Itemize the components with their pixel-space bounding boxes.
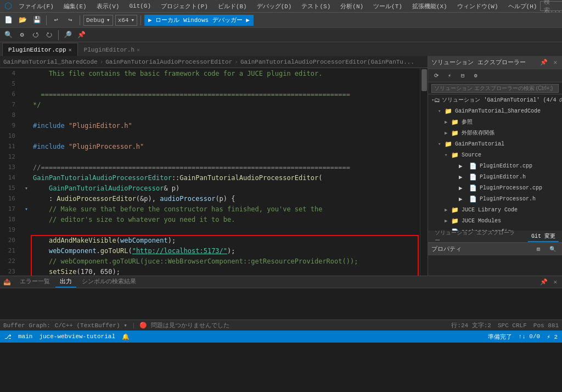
path-part1: GainPanTutorial_SharedCode bbox=[3, 59, 98, 65]
properties-toolbar-btn1[interactable]: ⊞ bbox=[532, 244, 544, 255]
menu-edit[interactable]: 編集(E) bbox=[60, 1, 90, 12]
problems-info[interactable]: 🔴 問題は見つかりませんでした bbox=[139, 321, 229, 329]
path-part3: GainPanTutorialAudioProcessorEditor(Gain… bbox=[240, 59, 414, 65]
scrollbar-thumb[interactable] bbox=[422, 69, 427, 91]
toolbar2-btn6[interactable]: 📌 bbox=[75, 30, 87, 41]
menu-extensions[interactable]: 拡張機能(X) bbox=[409, 1, 451, 12]
tree-juce-library[interactable]: ▶ 📁 JUCE Library Code bbox=[428, 204, 562, 215]
tree-gainpan[interactable]: ▾ 📁 GainPanTutorial bbox=[428, 138, 562, 149]
right-panel: ソリューション エクスプローラー 📌 ✕ ⟳ ⚡ ⊟ ⚙ ▾ 🗂 ソリューション… bbox=[428, 56, 562, 276]
line-num-20: 20 bbox=[0, 237, 22, 244]
platform-dropdown[interactable]: x64 ▾ bbox=[115, 15, 137, 26]
tree-label-extdeps: 外部依存関係 bbox=[462, 129, 494, 137]
toolbar2-btn3[interactable]: ⭯ bbox=[30, 30, 42, 41]
tree-plugineditor-h[interactable]: ▶ 📄 PluginEditor.h bbox=[428, 171, 562, 182]
debug-mode-dropdown[interactable]: Debug ▾ bbox=[83, 15, 113, 26]
pin-button[interactable]: 📌 bbox=[538, 59, 549, 66]
line-num-9: 9 bbox=[0, 122, 22, 129]
line-content-20: addAndMakeVisible(webComponent); bbox=[31, 237, 428, 244]
se-collapse-btn[interactable]: ⊟ bbox=[457, 70, 469, 81]
git-branch-name[interactable]: main bbox=[18, 333, 32, 340]
line-content-18: // editor's size to whatever you need it… bbox=[31, 216, 428, 223]
line-content-16: : AudioProcessorEditor(&p), audioProcess… bbox=[31, 195, 428, 203]
tree-label-juce-library: JUCE Library Code bbox=[462, 207, 518, 213]
tree-plugineditor-cpp[interactable]: ▶ 📄 PluginEditor.cpp bbox=[428, 160, 562, 171]
code-line-7: 7 */ bbox=[0, 99, 428, 110]
output-tab-errors[interactable]: エラー一覧 bbox=[15, 276, 54, 288]
panel-pin-controls: 📌 ✕ bbox=[538, 59, 559, 66]
solution-icon: 🗂 bbox=[434, 97, 440, 104]
output-close-btn[interactable]: ✕ bbox=[552, 278, 559, 285]
menu-build[interactable]: ビルド(B) bbox=[215, 1, 250, 12]
tree-juce-modules[interactable]: ▶ 📁 JUCE Modules bbox=[428, 215, 562, 226]
output-tab-symbols[interactable]: シンボルの検索結果 bbox=[77, 276, 140, 288]
editor-tab-bar: PluginEditor.cpp ✕ PluginEditor.h ✕ bbox=[0, 42, 562, 56]
properties-toolbar-btn2[interactable]: 🔍 bbox=[547, 244, 559, 255]
status-refresh-icon[interactable]: 🔔 bbox=[122, 333, 130, 340]
menu-tools[interactable]: ツール(T) bbox=[370, 1, 406, 12]
solution-search-area bbox=[428, 82, 562, 94]
toolbar2-btn1[interactable]: 🔍 bbox=[2, 30, 14, 41]
juce-tutorial-name[interactable]: juce-webview-tutorial bbox=[39, 333, 115, 340]
tab-plugineditor-h[interactable]: PluginEditor.h ✕ bbox=[78, 43, 146, 56]
save-btn[interactable]: 💾 bbox=[31, 15, 43, 26]
buffer-graph-value[interactable]: C/C++ (TextBuffer) ▾ bbox=[55, 322, 127, 329]
solution-tree: ▾ 🗂 ソリューション 'GainPanTutorial' (4/4 のプロジェ… bbox=[428, 94, 562, 231]
unpin-button[interactable]: ✕ bbox=[552, 59, 559, 66]
toolbar2-btn4[interactable]: ⭮ bbox=[43, 30, 55, 41]
tree-label-plugineditor-h: PluginEditor.h bbox=[480, 174, 526, 180]
git-tab-git-changes[interactable]: Git 変更 bbox=[528, 231, 559, 242]
menu-debug[interactable]: デバッグ(D) bbox=[254, 1, 295, 12]
tree-label-plugineditor-cpp: PluginEditor.cpp bbox=[480, 163, 532, 169]
line-content-6: ========================================… bbox=[31, 91, 428, 98]
solution-explorer-header: ソリューション エクスプローラー 📌 ✕ bbox=[428, 56, 562, 69]
tree-label-pluginprocessor-h: PluginProcessor.h bbox=[480, 196, 536, 202]
search-bar[interactable]: 検索... bbox=[540, 1, 562, 11]
toolbar2-btn5[interactable]: 🔎 bbox=[61, 30, 74, 41]
solution-label: ソリューション 'GainPanTutorial' (4/4 のプロジェクト) bbox=[442, 96, 562, 104]
menu-file[interactable]: ファイル(F) bbox=[15, 1, 57, 12]
editor-scrollbar[interactable] bbox=[420, 68, 428, 276]
line-content-21: webComponent.goToURL("http://localhost:5… bbox=[31, 247, 428, 255]
menu-git[interactable]: Git(G) bbox=[126, 2, 154, 10]
menu-help[interactable]: ヘルプ(H) bbox=[505, 1, 541, 12]
undo-btn[interactable]: ↩ bbox=[50, 15, 62, 26]
open-btn[interactable]: 📂 bbox=[16, 15, 29, 26]
close-tab-plugineditor-cpp[interactable]: ✕ bbox=[69, 47, 72, 53]
output-pin-btn[interactable]: 📌 bbox=[538, 278, 549, 285]
line-num-4: 4 bbox=[0, 70, 22, 77]
se-sync-btn[interactable]: ⟳ bbox=[430, 70, 442, 81]
status-text: 準備完了 bbox=[488, 333, 512, 341]
se-settings-btn[interactable]: ⚙ bbox=[470, 70, 482, 81]
redo-btn[interactable]: ↪ bbox=[64, 15, 76, 26]
tree-sharedcode[interactable]: ▾ 📁 GainPanTutorial_SharedCode bbox=[428, 105, 562, 116]
tree-pluginprocessor-cpp[interactable]: ▶ 📄 PluginProcessor.cpp bbox=[428, 182, 562, 193]
git-tab-row: ソリューション エクスプローラー Git 変更 bbox=[428, 231, 562, 243]
properties-pin-controls: ⊞ 🔍 bbox=[532, 244, 559, 255]
solution-search-input[interactable] bbox=[431, 84, 559, 93]
tree-label-source: Source bbox=[462, 152, 481, 158]
menu-test[interactable]: テスト(S) bbox=[298, 1, 334, 12]
menu-project[interactable]: プロジェクト(P) bbox=[158, 1, 211, 12]
toolbar2-btn2[interactable]: ⚙ bbox=[16, 30, 28, 41]
tree-pluginprocessor-h[interactable]: ▶ 📄 PluginProcessor.h bbox=[428, 193, 562, 204]
line-content-7: */ bbox=[31, 101, 428, 109]
code-editor[interactable]: 4 This file contains the basic framework… bbox=[0, 68, 428, 276]
menu-view[interactable]: 表示(V) bbox=[93, 1, 123, 12]
tree-source[interactable]: ▾ 📁 Source bbox=[428, 149, 562, 160]
tab-plugineditor-cpp[interactable]: PluginEditor.cpp ✕ bbox=[2, 43, 78, 56]
start-debug-btn[interactable]: ▶ ローカル Windows デバッガー ▶ bbox=[144, 15, 254, 26]
tree-references[interactable]: ▶ 📁 参照 bbox=[428, 116, 562, 127]
menu-analyze[interactable]: 分析(N) bbox=[337, 1, 367, 12]
highlighted-region: 20 addAndMakeVisible(webComponent); 21 w… bbox=[0, 235, 428, 276]
tree-solution-root[interactable]: ▾ 🗂 ソリューション 'GainPanTutorial' (4/4 のプロジェ… bbox=[428, 94, 562, 105]
toolbar2-sep bbox=[58, 30, 59, 40]
se-filter-btn[interactable]: ⚡ bbox=[443, 70, 456, 81]
output-tab-output[interactable]: 出力 bbox=[55, 276, 76, 288]
tree-external-deps[interactable]: ▶ 📁 外部依存関係 bbox=[428, 127, 562, 138]
new-file-btn[interactable]: 📄 bbox=[2, 15, 14, 26]
git-branch-icon: ⎇ bbox=[4, 333, 12, 340]
close-tab-plugineditor-h[interactable]: ✕ bbox=[137, 47, 140, 53]
menu-window[interactable]: ウィンドウ(W) bbox=[454, 1, 502, 12]
main-area: GainPanTutorial_SharedCode › GainPanTuto… bbox=[0, 56, 562, 276]
